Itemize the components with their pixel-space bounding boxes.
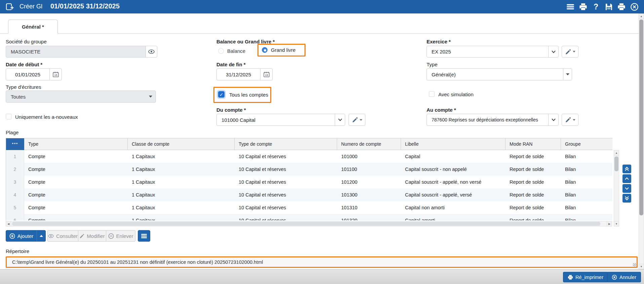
chevron-down-icon [548,114,558,126]
scroll-up-arrow[interactable]: ▲ [614,150,619,155]
reimprimer-button[interactable]: Ré_imprimer [563,272,608,282]
ajouter-dropdown-button[interactable] [37,230,46,242]
du-compte-select[interactable]: 101000 Capital [216,114,345,126]
exercice-edit-button[interactable] [562,46,578,58]
tab-general[interactable]: Général * [8,20,58,34]
societe-label: Société du groupe [6,39,47,44]
radio-balance-label[interactable]: Balance [227,48,245,54]
exercice-select[interactable]: EX 2025 [427,46,559,58]
chevron-down-icon [563,69,572,80]
close-circle-icon [612,275,617,280]
page-scroll-up-arrow[interactable]: ▲ [639,13,644,19]
table-corner-button[interactable]: ••• [6,138,24,150]
chevron-down-icon [573,51,575,52]
help-icon[interactable]: ? [592,2,600,11]
printer-icon [568,275,573,280]
radio-balance[interactable] [218,48,224,54]
date-debut-calendar-button[interactable]: 15 [49,68,62,80]
chevron-down-icon [573,119,575,121]
go-next-button[interactable] [622,184,631,193]
scroll-right-arrow[interactable]: ▶ [607,221,612,226]
pencil-icon [352,117,358,123]
plus-circle-icon [9,233,15,239]
annuler-button[interactable]: Annuler [607,272,641,282]
table-hscroll-thumb[interactable] [12,222,600,226]
plage-label: Plage [6,130,18,135]
svg-text:15: 15 [265,74,268,77]
window-title: Créer Gl [19,3,42,10]
avec-simulation-label[interactable]: Avec simulation [438,92,474,97]
du-compte-edit-button[interactable] [349,114,365,126]
date-debut-label: Date de début * [6,62,42,67]
date-fin-calendar-button[interactable]: 15 [260,68,273,80]
col-header-libelle[interactable]: Libelle [401,138,506,150]
calendar-icon: 15 [52,71,59,78]
col-header-type-compte[interactable]: Type de compte [235,138,337,150]
table-row[interactable]: 1 Compte 1 Capitaux 10 Capital et réserv… [6,150,612,163]
repertoire-field[interactable]: C:\temp\Grand livre Général(e) du 202501… [6,256,638,268]
table-row[interactable]: 2 Compte 1 Capitaux 10 Capital et réserv… [6,163,612,176]
double-chevron-up-icon [625,167,629,171]
societe-view-button[interactable] [146,46,157,58]
societe-field: MASOCIETE [6,46,146,58]
eye-icon [148,49,155,54]
enlever-button[interactable]: Enlever [106,230,135,242]
minus-circle-icon [108,233,114,239]
tab-strip: Général * [0,13,639,34]
avec-simulation-checkbox[interactable] [429,91,435,97]
col-header-classe[interactable]: Classe de compte [128,138,235,150]
calendar-icon: 15 [263,71,270,78]
repertoire-label: Répertoire [6,248,29,254]
window-date-range: 01/01/2025 31/12/2025 [50,2,120,10]
chevron-up-icon [625,176,629,181]
go-last-button[interactable] [622,194,631,203]
table-row[interactable]: 3 Compte 1 Capitaux 10 Capital et réserv… [6,176,612,188]
col-header-mode-ran[interactable]: Mode RAN [506,138,561,150]
chevron-up-icon [40,235,43,237]
au-compte-label: Au compte * [427,107,456,113]
table-vscroll-thumb[interactable] [614,156,618,171]
double-chevron-down-icon [625,196,629,201]
print-icon[interactable] [579,2,588,11]
ajouter-button[interactable]: Ajouter [6,230,37,242]
modifier-button[interactable]: Modifier [78,230,106,242]
uniquement-a-nouveaux-checkbox[interactable] [6,114,11,119]
scroll-down-arrow[interactable]: ▼ [614,221,619,226]
go-previous-button[interactable] [622,174,631,183]
print-report-icon[interactable] [617,2,626,11]
page-vscroll-thumb[interactable] [639,20,643,215]
type-ecritures-select[interactable]: Toutes [6,91,156,103]
close-icon[interactable] [630,2,639,11]
table-row[interactable]: 6 Compte 1 Capitaux 10 Capital et réserv… [6,214,612,220]
radio-grand-livre[interactable] [262,47,268,53]
col-header-numero[interactable]: Numero de compte [337,138,401,150]
consulter-button[interactable]: Consulter [47,230,78,242]
page-scroll-down-arrow[interactable]: ▼ [639,264,644,269]
type-label: Type [427,62,438,67]
go-first-button[interactable] [622,165,631,173]
menu-icon[interactable] [566,2,575,11]
type-select[interactable]: Général(e) [427,68,572,80]
date-fin-input[interactable]: 31/12/2025 [216,68,260,80]
table-menu-button[interactable] [138,230,150,242]
col-header-groupe[interactable]: Groupe [561,138,612,150]
tous-comptes-label[interactable]: Tous les comptes [229,92,268,98]
chevron-down-icon [548,46,558,57]
col-header-type[interactable]: Type [24,138,128,150]
svg-text:15: 15 [54,74,57,77]
save-icon[interactable] [604,2,613,11]
table-row[interactable]: 5 Compte 1 Capitaux 10 Capital et réserv… [6,201,612,214]
au-compte-edit-button[interactable] [562,114,578,126]
menu-icon [141,234,147,239]
au-compte-select[interactable]: 787600 Reprises sur dépréciations except… [427,114,559,126]
tous-comptes-checkbox[interactable]: ✓ [218,91,225,98]
date-debut-input[interactable]: 01/01/2025 [6,68,50,80]
resize-grip-icon[interactable] [633,263,636,267]
titlebar: Créer Gl 01/01/2025 31/12/2025 ? [0,0,644,13]
radio-grand-livre-label[interactable]: Grand livre [271,47,295,53]
scroll-left-arrow[interactable]: ◀ [6,221,11,226]
pencil-icon [565,117,571,123]
create-gl-window: Créer Gl 01/01/2025 31/12/2025 ? Général… [0,0,644,284]
chevron-down-icon [360,119,362,121]
table-row[interactable]: 4 Compte 1 Capitaux 10 Capital et réserv… [6,188,612,201]
